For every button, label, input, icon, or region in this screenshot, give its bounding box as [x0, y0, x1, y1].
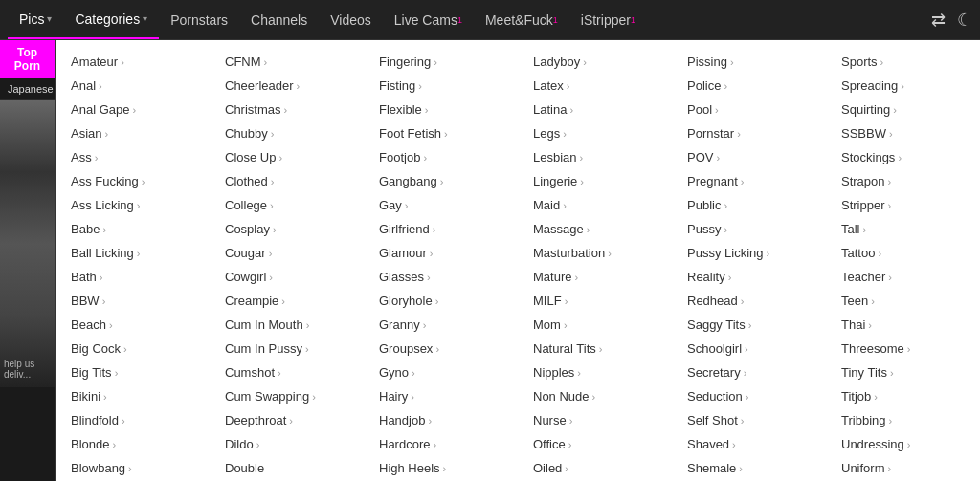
category-item-amateur[interactable]: Amateur › — [56, 50, 210, 74]
category-item-cum-in-mouth[interactable]: Cum In Mouth › — [210, 313, 364, 337]
category-item-ass-licking[interactable]: Ass Licking › — [56, 193, 210, 217]
category-item-pussy[interactable]: Pussy › — [672, 217, 826, 241]
category-item-deepthroat[interactable]: Deepthroat › — [210, 408, 364, 432]
category-item-double[interactable]: Double — [210, 456, 364, 480]
category-item-granny[interactable]: Granny › — [364, 313, 518, 337]
category-item-handjob[interactable]: Handjob › — [364, 408, 518, 432]
category-item-spreading[interactable]: Spreading › — [826, 74, 980, 98]
category-item-thai[interactable]: Thai › — [826, 313, 980, 337]
category-item-cosplay[interactable]: Cosplay › — [210, 217, 364, 241]
category-item-glasses[interactable]: Glasses › — [364, 265, 518, 289]
category-item-shemale[interactable]: Shemale › — [672, 456, 826, 480]
category-item-cheerleader[interactable]: Cheerleader › — [210, 74, 364, 98]
category-item-pool[interactable]: Pool › — [672, 98, 826, 121]
category-item-groupsex[interactable]: Groupsex › — [364, 337, 518, 361]
category-item-cum-swapping[interactable]: Cum Swapping › — [210, 384, 364, 408]
category-item-police[interactable]: Police › — [672, 74, 826, 98]
category-item-ass-fucking[interactable]: Ass Fucking › — [56, 169, 210, 193]
category-item-reality[interactable]: Reality › — [672, 265, 826, 289]
category-item-bath[interactable]: Bath › — [56, 265, 210, 289]
category-item-fingering[interactable]: Fingering › — [364, 50, 518, 74]
category-item-big-cock[interactable]: Big Cock › — [56, 337, 210, 361]
nav-meetfuck[interactable]: Meet&Fuck 1 — [474, 0, 569, 39]
category-item-threesome[interactable]: Threesome › — [826, 337, 980, 361]
category-item-hairy[interactable]: Hairy › — [364, 384, 518, 408]
category-item-office[interactable]: Office › — [518, 432, 672, 456]
category-item-squirting[interactable]: Squirting › — [826, 98, 980, 121]
category-item-creampie[interactable]: Creampie › — [210, 289, 364, 313]
category-item-pissing[interactable]: Pissing › — [672, 50, 826, 74]
category-item-bbw[interactable]: BBW › — [56, 289, 210, 313]
category-item-schoolgirl[interactable]: Schoolgirl › — [672, 337, 826, 361]
category-item-gloryhole[interactable]: Gloryhole › — [364, 289, 518, 313]
category-item-titjob[interactable]: Titjob › — [826, 384, 980, 408]
category-item-lesbian[interactable]: Lesbian › — [518, 145, 672, 169]
night-mode-icon[interactable]: ☾ — [957, 10, 972, 31]
category-item-cum-in-pussy[interactable]: Cum In Pussy › — [210, 337, 364, 361]
category-item-gyno[interactable]: Gyno › — [364, 361, 518, 384]
nav-channels[interactable]: Channels — [239, 0, 319, 39]
category-item-redhead[interactable]: Redhead › — [672, 289, 826, 313]
category-item-massage[interactable]: Massage › — [518, 217, 672, 241]
category-item-anal[interactable]: Anal › — [56, 74, 210, 98]
category-item-shaved[interactable]: Shaved › — [672, 432, 826, 456]
category-item-fisting[interactable]: Fisting › — [364, 74, 518, 98]
category-item-ball-licking[interactable]: Ball Licking › — [56, 241, 210, 265]
category-item-high-heels[interactable]: High Heels › — [364, 456, 518, 480]
category-item-pussy-licking[interactable]: Pussy Licking › — [672, 241, 826, 265]
category-item-flexible[interactable]: Flexible › — [364, 98, 518, 121]
category-item-bikini[interactable]: Bikini › — [56, 384, 210, 408]
nav-istripper[interactable]: iStripper 1 — [569, 0, 647, 39]
nav-pics[interactable]: Pics ▾ — [8, 0, 63, 39]
category-item-chubby[interactable]: Chubby › — [210, 121, 364, 145]
category-item-dildo[interactable]: Dildo › — [210, 432, 364, 456]
category-item-undressing[interactable]: Undressing › — [826, 432, 980, 456]
nav-categories[interactable]: Categories ▾ — [63, 0, 159, 39]
category-item-strapon[interactable]: Strapon › — [826, 169, 980, 193]
category-item-glamour[interactable]: Glamour › — [364, 241, 518, 265]
category-item-close-up[interactable]: Close Up › — [210, 145, 364, 169]
category-item-big-tits[interactable]: Big Tits › — [56, 361, 210, 384]
category-item-masturbation[interactable]: Masturbation › — [518, 241, 672, 265]
category-item-blowbang[interactable]: Blowbang › — [56, 456, 210, 480]
category-item-teacher[interactable]: Teacher › — [826, 265, 980, 289]
category-item-blindfold[interactable]: Blindfold › — [56, 408, 210, 432]
category-item-footjob[interactable]: Footjob › — [364, 145, 518, 169]
category-item-natural-tits[interactable]: Natural Tits › — [518, 337, 672, 361]
category-item-pov[interactable]: POV › — [672, 145, 826, 169]
category-item-mom[interactable]: Mom › — [518, 313, 672, 337]
category-item-tribbing[interactable]: Tribbing › — [826, 408, 980, 432]
category-item-babe[interactable]: Babe › — [56, 217, 210, 241]
category-item-public[interactable]: Public › — [672, 193, 826, 217]
category-item-latina[interactable]: Latina › — [518, 98, 672, 121]
category-item-self-shot[interactable]: Self Shot › — [672, 408, 826, 432]
category-item-maid[interactable]: Maid › — [518, 193, 672, 217]
category-item-oiled[interactable]: Oiled › — [518, 456, 672, 480]
category-item-stockings[interactable]: Stockings › — [826, 145, 980, 169]
category-item-saggy-tits[interactable]: Saggy Tits › — [672, 313, 826, 337]
nav-livecams[interactable]: Live Cams 1 — [383, 0, 474, 39]
category-item-clothed[interactable]: Clothed › — [210, 169, 364, 193]
category-item-pregnant[interactable]: Pregnant › — [672, 169, 826, 193]
category-item-non-nude[interactable]: Non Nude › — [518, 384, 672, 408]
category-item-college[interactable]: College › — [210, 193, 364, 217]
category-item-cumshot[interactable]: Cumshot › — [210, 361, 364, 384]
nav-videos[interactable]: Videos — [319, 0, 383, 39]
category-item-pornstar[interactable]: Pornstar › — [672, 121, 826, 145]
category-item-milf[interactable]: MILF › — [518, 289, 672, 313]
category-item-hardcore[interactable]: Hardcore › — [364, 432, 518, 456]
sidebar-item-japanese[interactable]: Japanese — [0, 78, 55, 100]
category-item-foot-fetish[interactable]: Foot Fetish › — [364, 121, 518, 145]
category-item-sports[interactable]: Sports › — [826, 50, 980, 74]
category-item-gay[interactable]: Gay › — [364, 193, 518, 217]
category-item-seduction[interactable]: Seduction › — [672, 384, 826, 408]
shuffle-icon[interactable]: ⇄ — [931, 10, 946, 31]
category-item-ssbbw[interactable]: SSBBW › — [826, 121, 980, 145]
category-item-teen[interactable]: Teen › — [826, 289, 980, 313]
category-item-cfnm[interactable]: CFNM › — [210, 50, 364, 74]
category-item-christmas[interactable]: Christmas › — [210, 98, 364, 121]
category-item-anal-gape[interactable]: Anal Gape › — [56, 98, 210, 121]
category-item-legs[interactable]: Legs › — [518, 121, 672, 145]
category-item-tattoo[interactable]: Tattoo › — [826, 241, 980, 265]
category-item-secretary[interactable]: Secretary › — [672, 361, 826, 384]
